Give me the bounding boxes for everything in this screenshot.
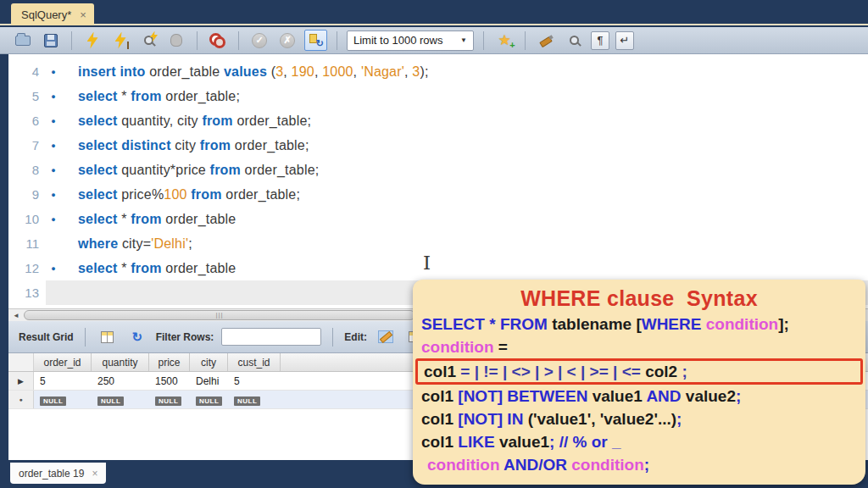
where-clause-syntax-callout: WHERE clause Syntax SELECT * FROM tablen… bbox=[413, 280, 865, 485]
cell-quantity[interactable]: NULL bbox=[92, 394, 149, 406]
bottom-tab-close-icon[interactable]: × bbox=[92, 468, 97, 480]
cell-city[interactable]: Delhi bbox=[190, 375, 228, 387]
code-line[interactable]: 11 where city='Delhi'; bbox=[8, 231, 868, 256]
commit-button[interactable]: ✓ bbox=[248, 30, 270, 52]
syntax-line: SELECT * FROM tablename [WHERE condition… bbox=[413, 313, 865, 336]
callout-title: WHERE clause Syntax bbox=[413, 284, 865, 313]
tab-sqlquery[interactable]: SqlQuery* × bbox=[11, 3, 94, 25]
limit-rows-dropdown[interactable]: Limit to 1000 rows ▼ bbox=[347, 30, 474, 51]
code-line[interactable]: 6 ● select quantity, city from order_tab… bbox=[8, 108, 868, 133]
code-line[interactable]: 4 ● insert into order_table values (3, 1… bbox=[8, 59, 868, 84]
statement-bullet-icon: ● bbox=[41, 117, 66, 125]
cell-city[interactable]: NULL bbox=[190, 394, 228, 406]
code-text: where city='Delhi'; bbox=[66, 236, 868, 252]
thumb-grip-icon: ||| bbox=[215, 312, 223, 319]
open-file-button[interactable] bbox=[12, 30, 34, 52]
toolbar-separator bbox=[337, 31, 337, 50]
editor-tab-bar: SqlQuery* × bbox=[0, 0, 868, 25]
lightning-icon bbox=[115, 32, 126, 49]
tab-order-table[interactable]: order_table 19 × bbox=[10, 463, 106, 484]
syntax-line: col1 [NOT] IN ('value1', 'value2'...); bbox=[413, 408, 865, 430]
sql-code-editor[interactable]: 4 ● insert into order_table values (3, 1… bbox=[8, 54, 868, 308]
syntax-line: col1 [NOT] BETWEEN value1 AND value2; bbox=[413, 385, 865, 408]
code-line[interactable]: 9 ● select price%100 from order_table; bbox=[8, 182, 868, 207]
show-invisibles-button[interactable]: ¶ bbox=[591, 31, 609, 50]
pilcrow-icon: ¶ bbox=[598, 34, 604, 47]
execute-current-button[interactable] bbox=[109, 30, 131, 52]
edit-record-button[interactable] bbox=[375, 326, 397, 348]
line-number: 10 bbox=[8, 212, 41, 226]
filter-rows-input[interactable] bbox=[221, 328, 321, 346]
grid-corner-cell bbox=[8, 353, 34, 371]
edit-label: Edit: bbox=[344, 331, 367, 343]
null-badge: NULL bbox=[234, 396, 260, 406]
column-header-quantity[interactable]: quantity bbox=[92, 353, 149, 371]
wrap-icon: ↵ bbox=[620, 34, 630, 47]
syntax-line: condition = bbox=[413, 336, 865, 358]
bottom-tab-title: order_table 19 bbox=[19, 468, 84, 480]
tab-close-icon[interactable]: × bbox=[80, 8, 86, 21]
magnifier-icon bbox=[570, 36, 579, 45]
statement-bullet-icon: ● bbox=[41, 92, 66, 101]
statement-bullet-icon: ● bbox=[41, 215, 66, 224]
cell-order-id[interactable]: NULL bbox=[34, 394, 92, 406]
line-number: 6 bbox=[8, 114, 41, 128]
scrollbar-thumb[interactable]: ||| bbox=[24, 310, 415, 320]
column-header-order-id[interactable]: order_id bbox=[34, 353, 92, 371]
code-line[interactable]: 10 ● select * from order_table bbox=[8, 207, 868, 231]
cell-price[interactable]: NULL bbox=[149, 394, 190, 406]
toolbar-separator bbox=[332, 328, 333, 347]
save-snippet-button[interactable]: ★+ bbox=[493, 30, 515, 52]
filter-rows-label: Filter Rows: bbox=[156, 331, 214, 343]
sql-toolbar: ✓ ✗ ↻ Limit to 1000 rows ▼ ★+ ¶ ↵ bbox=[0, 27, 868, 54]
code-text: select * from order_table bbox=[66, 261, 868, 276]
explain-button[interactable] bbox=[137, 30, 159, 52]
code-line[interactable]: 12 ● select * from order_table bbox=[8, 256, 868, 280]
null-badge: NULL bbox=[97, 396, 124, 406]
code-text: select quantity, city from order_table; bbox=[66, 114, 868, 129]
cell-order-id[interactable]: 5 bbox=[34, 375, 92, 387]
new-sql-button[interactable] bbox=[207, 30, 229, 52]
null-badge: NULL bbox=[40, 396, 66, 406]
syntax-line: col1 LIKE value1; // % or _ bbox=[413, 430, 865, 453]
wrap-text-button[interactable]: ↵ bbox=[615, 31, 634, 50]
toolbar-separator bbox=[71, 31, 72, 50]
scroll-left-arrow-icon[interactable]: ◄ bbox=[10, 311, 22, 320]
statement-bullet-icon: ● bbox=[41, 166, 66, 175]
code-text: select distinct city from order_table; bbox=[66, 138, 868, 153]
column-header-city[interactable]: city bbox=[190, 353, 228, 371]
cell-price[interactable]: 1500 bbox=[149, 375, 190, 387]
stop-button[interactable] bbox=[165, 30, 187, 52]
beautify-button[interactable] bbox=[535, 30, 557, 52]
toolbar-separator bbox=[197, 31, 198, 50]
cell-quantity[interactable]: 250 bbox=[92, 375, 149, 387]
code-line[interactable]: 7 ● select distinct city from order_tabl… bbox=[8, 133, 868, 158]
lightning-icon bbox=[87, 32, 98, 49]
code-text: select * from order_table; bbox=[66, 89, 868, 104]
refresh-button[interactable]: ↻ bbox=[126, 326, 148, 348]
rollback-button[interactable]: ✗ bbox=[276, 30, 298, 52]
cell-cust-id[interactable]: NULL bbox=[228, 394, 281, 406]
star-plus-icon: ★+ bbox=[498, 33, 510, 47]
cell-cust-id[interactable]: 5 bbox=[228, 375, 281, 387]
code-text: select quantity*price from order_table; bbox=[66, 163, 868, 178]
row-selector-dot-icon[interactable]: ● bbox=[8, 391, 34, 408]
find-button[interactable] bbox=[563, 30, 585, 52]
toggle-autocommit-button[interactable]: ↻ bbox=[304, 30, 327, 51]
code-line[interactable]: 8 ● select quantity*price from order_tab… bbox=[8, 158, 868, 182]
tab-title: SqlQuery* bbox=[21, 8, 71, 21]
result-grid-label: Result Grid bbox=[19, 331, 74, 343]
null-badge: NULL bbox=[155, 396, 181, 406]
cursor-mark-icon bbox=[127, 42, 129, 49]
column-header-cust-id[interactable]: cust_id bbox=[228, 353, 281, 371]
row-selector-arrow-icon[interactable]: ▶ bbox=[8, 372, 34, 390]
column-header-price[interactable]: price bbox=[149, 353, 190, 371]
code-line[interactable]: 5 ● select * from order_table; bbox=[8, 84, 868, 108]
toolbar-separator bbox=[525, 31, 526, 50]
toolbar-separator bbox=[85, 328, 86, 347]
execute-button[interactable] bbox=[81, 30, 103, 52]
save-button[interactable] bbox=[40, 30, 62, 52]
grid-view-button[interactable] bbox=[97, 326, 119, 348]
line-number: 5 bbox=[8, 89, 41, 103]
line-number: 13 bbox=[8, 286, 41, 300]
